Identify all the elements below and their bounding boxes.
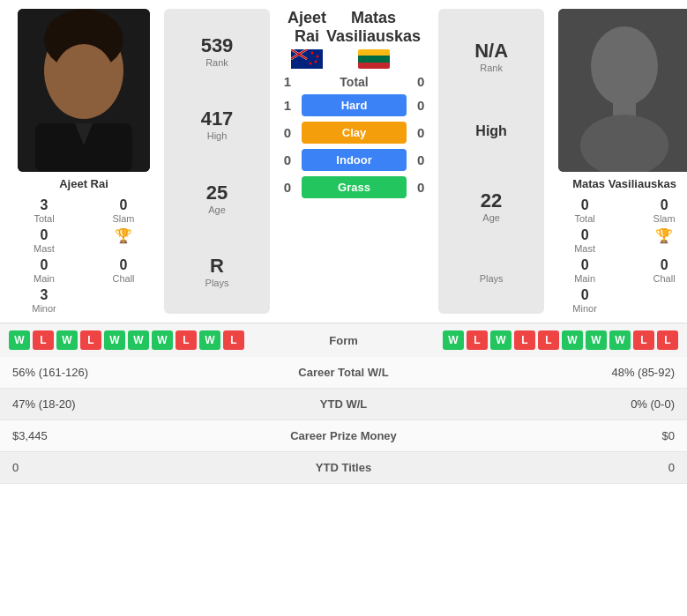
right-form-4: L	[514, 330, 535, 350]
svg-point-11	[311, 52, 314, 55]
grass-badge: Grass	[302, 176, 407, 198]
prize-money-label: Career Prize Money	[261, 420, 426, 452]
svg-point-3	[53, 44, 115, 115]
right-player-face-svg	[558, 9, 687, 172]
left-form-10: L	[223, 330, 244, 350]
indoor-left-score: 0	[279, 152, 296, 167]
ytd-titles-label: YTD Titles	[261, 452, 426, 484]
left-form-9: W	[199, 330, 220, 350]
clay-badge: Clay	[302, 122, 407, 144]
left-high-stat: 417 High	[201, 108, 234, 141]
left-mast-label: Mast	[34, 243, 55, 254]
left-main-value: 0	[41, 257, 49, 273]
players-section: Ajeet Rai 3 Total 0 Slam 0 Mast 🏆	[0, 0, 687, 323]
grass-right-score: 0	[412, 180, 429, 195]
left-player-name-top: Ajeet Rai	[287, 9, 326, 46]
right-player-card: Matas Vasiliauskas 0 Total 0 Slam 0 Mast…	[549, 9, 687, 314]
right-minor-stat: 0 Minor	[549, 287, 620, 314]
form-label: Form	[309, 334, 379, 347]
right-player-name-below: Matas Vasiliauskas	[572, 177, 676, 190]
ytd-wl-right: 0% (0-0)	[426, 389, 687, 420]
left-chall-label: Chall	[112, 273, 134, 284]
left-center-card: 539 Rank 417 High 25 Age R Plays	[164, 9, 270, 314]
right-age-label: Age	[481, 212, 502, 223]
indoor-badge: Indoor	[302, 149, 407, 171]
ytd-wl-label: YTD W/L	[261, 389, 426, 420]
right-form-1: W	[443, 330, 464, 350]
right-form-6: W	[562, 330, 583, 350]
career-total-label: Career Total W/L	[261, 357, 426, 389]
trophy-icon-right: 🏆	[655, 227, 673, 244]
middle-section: Ajeet Rai	[275, 9, 433, 314]
left-player-photo	[18, 9, 150, 172]
left-plays-stat: R Plays	[205, 255, 229, 288]
right-player-name-top: Matas Vasiliauskas	[326, 9, 421, 46]
indoor-row: 0 Indoor 0	[279, 149, 429, 171]
left-form-1: W	[9, 330, 30, 350]
left-player-card: Ajeet Rai 3 Total 0 Slam 0 Mast 🏆	[9, 9, 159, 314]
left-slam-stat: 0 Slam	[88, 197, 159, 224]
right-rank-label: Rank	[474, 63, 508, 73]
left-mast-value: 0	[41, 227, 49, 243]
hard-row: 1 Hard 0	[279, 94, 429, 116]
lt-flag-green	[358, 56, 390, 62]
form-section: W L W L W W W L W L Form W L W L L W W W…	[0, 323, 687, 357]
left-total-value: 3	[41, 197, 49, 213]
left-rank-label: Rank	[201, 57, 234, 68]
lt-flag-yellow	[358, 49, 390, 56]
svg-point-13	[315, 61, 317, 63]
right-form-9: L	[633, 330, 654, 350]
career-stats-table: 56% (161-126) Career Total W/L 48% (85-9…	[0, 357, 687, 484]
hard-right-score: 0	[412, 98, 429, 113]
left-minor-value: 3	[41, 287, 49, 303]
left-minor-stat: 3 Minor	[9, 287, 79, 314]
left-total-label: Total	[34, 213, 54, 224]
left-high-label: High	[201, 130, 234, 141]
ytd-wl-left: 47% (18-20)	[0, 389, 261, 420]
left-form-2: L	[33, 330, 54, 350]
clay-left-score: 0	[279, 125, 296, 140]
right-total-value: 0	[581, 197, 589, 213]
ytd-titles-row: 0 YTD Titles 0	[0, 452, 687, 484]
right-center-card: N/A Rank High 22 Age Plays	[438, 9, 544, 314]
left-main-stat: 0 Main	[9, 257, 79, 284]
main-container: Ajeet Rai 3 Total 0 Slam 0 Mast 🏆	[0, 0, 687, 616]
prize-money-row: $3,445 Career Prize Money $0	[0, 420, 687, 452]
right-plays-label: Plays	[480, 273, 504, 284]
right-slam-label: Slam	[653, 213, 676, 224]
right-main-value: 0	[581, 257, 589, 273]
svg-point-16	[591, 26, 658, 106]
right-main-stat: 0 Main	[549, 257, 620, 284]
ytd-titles-right: 0	[426, 452, 687, 484]
right-mast-label: Mast	[574, 243, 595, 254]
left-form-7: W	[152, 330, 173, 350]
hard-left-score: 1	[279, 98, 296, 113]
left-trophy: 🏆	[88, 227, 159, 254]
left-form-3: W	[56, 330, 78, 350]
left-chall-stat: 0 Chall	[88, 257, 159, 284]
left-form-6: W	[128, 330, 149, 350]
right-minor-value: 0	[581, 287, 589, 303]
right-form-7: W	[586, 330, 607, 350]
right-form-5: L	[538, 330, 559, 350]
right-total-label: Total	[574, 213, 594, 224]
right-form-10: L	[657, 330, 678, 350]
left-player-name-below: Ajeet Rai	[59, 177, 108, 190]
right-slam-value: 0	[661, 197, 668, 213]
left-form-badges: W L W L W W W L W L	[9, 330, 303, 350]
left-player-stats-grid: 3 Total 0 Slam 0 Mast 🏆 0 Main	[9, 197, 159, 314]
prize-money-left: $3,445	[0, 420, 261, 452]
career-total-right: 48% (85-92)	[426, 357, 687, 389]
ytd-titles-left: 0	[0, 452, 261, 484]
right-total-stat: 0 Total	[549, 197, 620, 224]
left-slam-value: 0	[120, 197, 128, 213]
left-rank-value: 539	[201, 34, 234, 57]
left-form-5: W	[104, 330, 125, 350]
right-main-label: Main	[574, 273, 595, 284]
clay-right-score: 0	[412, 125, 429, 140]
left-minor-label: Minor	[32, 303, 56, 314]
nz-flag-svg	[291, 49, 323, 69]
left-plays-value: R	[205, 255, 229, 278]
grass-row: 0 Grass 0	[279, 176, 429, 198]
svg-point-12	[317, 56, 319, 58]
